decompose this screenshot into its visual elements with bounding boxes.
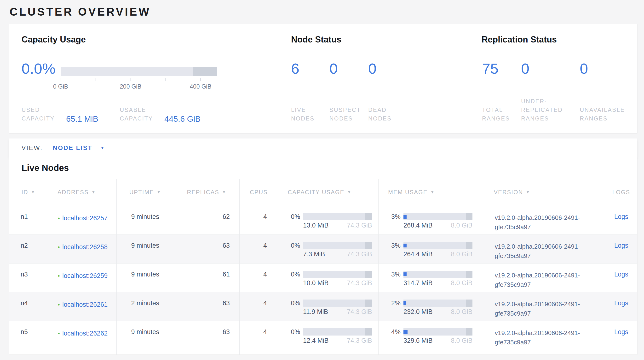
node-replicas: 63 bbox=[174, 235, 240, 263]
mem-total-value: 8.0 GiB bbox=[451, 279, 472, 287]
mem-bar bbox=[404, 213, 472, 220]
logs-link[interactable]: Logs bbox=[614, 299, 628, 321]
node-uptime: 9 minutes bbox=[117, 235, 174, 263]
total-ranges-label: TOTAL RANGES bbox=[482, 106, 518, 123]
node-address-link[interactable]: localhost:26261 bbox=[62, 299, 108, 321]
node-address-link[interactable]: localhost:26258 bbox=[62, 242, 108, 263]
node-cpus: 4 bbox=[240, 321, 278, 350]
node-address-cell: ● localhost:26262 bbox=[48, 321, 117, 350]
table-row: n1 ● localhost:26257 9 minutes 62 4 0% 1… bbox=[9, 206, 637, 235]
node-address-cell: ● localhost:26257 bbox=[48, 206, 117, 235]
node-cpus: 4 bbox=[240, 292, 278, 321]
table-row: n2 ● localhost:26258 9 minutes 63 4 0% 7… bbox=[9, 235, 637, 263]
capacity-bar bbox=[303, 213, 372, 220]
mem-bar-fill bbox=[404, 301, 406, 305]
mem-used-value: 268.4 MiB bbox=[404, 222, 433, 229]
node-capacity-usage-cell: 0% 11.9 MiB 74.3 GiB bbox=[278, 292, 378, 321]
mem-bar bbox=[404, 299, 472, 307]
node-logs-cell: Logs bbox=[605, 321, 637, 350]
column-header-mem-usage[interactable]: MEM USAGE ▼ bbox=[378, 179, 484, 206]
mem-bar bbox=[404, 271, 472, 278]
usable-capacity-stat: USABLE CAPACITY 445.6 GiB bbox=[120, 106, 218, 123]
node-address-cell: ● localhost:26258 bbox=[48, 235, 117, 263]
logs-link[interactable]: Logs bbox=[614, 328, 628, 350]
column-header-address[interactable]: ADDRESS ▼ bbox=[48, 179, 117, 206]
capacity-percent: 0% bbox=[289, 213, 300, 220]
node-version: v19.2.0-alpha.20190606-2491-gfe735c9a97 bbox=[484, 264, 605, 292]
node-mem-usage-cell: 3% 314.7 MiB 8.0 GiB bbox=[378, 264, 484, 292]
node-cpus: 4 bbox=[240, 235, 278, 263]
mem-bar bbox=[404, 328, 472, 335]
node-uptime: 9 minutes bbox=[117, 206, 174, 235]
capacity-percent: 0% bbox=[289, 328, 300, 335]
node-logs-cell: Logs bbox=[605, 264, 637, 292]
capacity-bar-endcap bbox=[365, 242, 372, 249]
live-status-dot-icon: ● bbox=[58, 242, 60, 263]
capacity-used-value: 11.9 MiB bbox=[303, 308, 328, 316]
suspect-nodes-count: 0 bbox=[330, 60, 368, 77]
node-cpus: 4 bbox=[240, 206, 278, 235]
node-capacity-usage-cell: 0% 12.4 MiB 74.3 GiB bbox=[278, 321, 378, 350]
cluster-summary-panel: Capacity Usage 0.0% 0 GiB 200 GiB 400 Gi… bbox=[9, 24, 637, 133]
node-id: n1 bbox=[9, 206, 48, 235]
node-address-link[interactable]: localhost:26262 bbox=[62, 328, 108, 350]
node-replicas: 62 bbox=[174, 206, 240, 235]
table-row-partial bbox=[9, 350, 637, 354]
total-ranges-stat: 75 TOTAL RANGES bbox=[482, 60, 521, 123]
node-version: v19.2.0-alpha.20190606-2491-gfe735c9a97 bbox=[484, 292, 605, 321]
column-header-id[interactable]: ID ▼ bbox=[9, 179, 48, 206]
column-header-version[interactable]: VERSION ▼ bbox=[484, 179, 605, 206]
node-mem-usage-cell: 4% 329.6 MiB 8.0 GiB bbox=[378, 321, 484, 350]
node-id: n2 bbox=[9, 235, 48, 263]
node-uptime: 9 minutes bbox=[117, 321, 174, 350]
usable-capacity-label: USABLE CAPACITY bbox=[120, 106, 160, 123]
node-address-cell: ● localhost:26261 bbox=[48, 292, 117, 321]
node-logs-cell: Logs bbox=[605, 206, 637, 235]
mem-used-value: 314.7 MiB bbox=[404, 279, 433, 287]
column-header-capacity-usage[interactable]: CAPACITY USAGE ▼ bbox=[278, 179, 378, 206]
table-row: n5 ● localhost:26262 9 minutes 63 4 0% 1… bbox=[9, 321, 637, 350]
mem-bar-endcap bbox=[466, 299, 472, 307]
capacity-bar bbox=[303, 271, 372, 278]
logs-link[interactable]: Logs bbox=[614, 271, 628, 292]
node-address-link[interactable]: localhost:26259 bbox=[62, 271, 108, 292]
mem-bar bbox=[404, 242, 472, 249]
mem-percent: 2% bbox=[389, 299, 400, 307]
node-id: n4 bbox=[9, 292, 48, 321]
view-selector-dropdown[interactable]: NODE LIST ▼ bbox=[53, 144, 105, 152]
view-label: VIEW: bbox=[22, 144, 43, 152]
mem-used-value: 232.0 MiB bbox=[404, 308, 433, 316]
capacity-bar bbox=[303, 328, 372, 335]
live-nodes-heading: Live Nodes bbox=[22, 163, 69, 173]
mem-bar-fill bbox=[404, 330, 408, 334]
capacity-bar-endcap bbox=[365, 328, 372, 335]
total-ranges-count: 75 bbox=[482, 60, 521, 77]
logs-link[interactable]: Logs bbox=[614, 242, 628, 263]
node-address-cell: ● localhost:26259 bbox=[48, 264, 117, 292]
sort-arrow-icon: ▼ bbox=[526, 190, 530, 195]
capacity-used-value: 7.3 MiB bbox=[303, 251, 325, 258]
view-bar: VIEW: NODE LIST ▼ bbox=[9, 138, 637, 157]
usable-capacity-value: 445.6 GiB bbox=[164, 114, 200, 124]
capacity-percent: 0% bbox=[289, 271, 300, 278]
unavailable-ranges-label: UNAVAILABLE RANGES bbox=[580, 106, 636, 123]
live-nodes-stat: 6 LIVE NODES bbox=[291, 60, 330, 123]
used-capacity-stat: USED CAPACITY 65.1 MiB bbox=[22, 106, 120, 123]
node-id: n3 bbox=[9, 264, 48, 292]
replication-status-heading: Replication Status bbox=[482, 35, 557, 45]
node-address-link[interactable]: localhost:26257 bbox=[62, 213, 108, 235]
node-id: n5 bbox=[9, 321, 48, 350]
sort-arrow-icon: ▼ bbox=[222, 190, 226, 195]
column-header-replicas[interactable]: REPLICAS ▼ bbox=[174, 179, 240, 206]
mem-percent: 3% bbox=[389, 271, 400, 278]
page-title: CLUSTER OVERVIEW bbox=[10, 5, 151, 18]
capacity-total-value: 74.3 GiB bbox=[347, 279, 372, 287]
unavailable-ranges-stat: 0 UNAVAILABLE RANGES bbox=[580, 60, 642, 123]
capacity-total-value: 74.3 GiB bbox=[347, 337, 372, 344]
capacity-used-value: 13.0 MiB bbox=[303, 222, 329, 229]
sort-arrow-icon: ▼ bbox=[31, 190, 36, 195]
logs-link[interactable]: Logs bbox=[614, 213, 628, 235]
node-capacity-usage-cell: 0% 10.0 MiB 74.3 GiB bbox=[278, 264, 378, 292]
column-header-uptime[interactable]: UPTIME ▼ bbox=[117, 179, 174, 206]
node-cpus: 4 bbox=[240, 264, 278, 292]
